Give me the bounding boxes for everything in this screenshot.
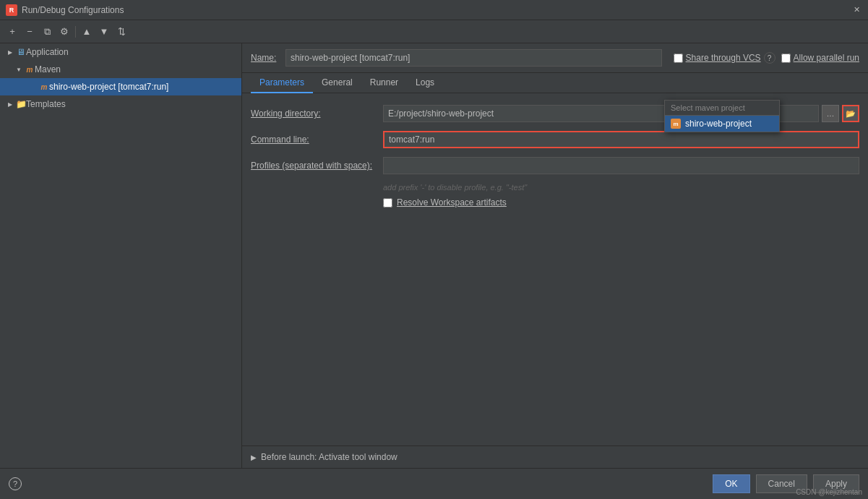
- tab-runner[interactable]: Runner: [361, 73, 407, 93]
- move-up-button[interactable]: ▲: [79, 24, 95, 40]
- command-line-row: Command line:: [251, 131, 859, 148]
- arrow-maven: ▼: [14, 65, 23, 74]
- tree-label-application: Application: [26, 47, 69, 57]
- before-launch: ▶ Before launch: Activate tool window: [242, 445, 868, 468]
- remove-config-button[interactable]: −: [22, 24, 38, 40]
- maven-dropdown-popup: Select maven project m shiro-web-project: [664, 100, 780, 132]
- share-vcs-label[interactable]: Share through VCS: [686, 53, 761, 63]
- global-help-button[interactable]: ?: [9, 477, 22, 490]
- move-down-button[interactable]: ▼: [96, 24, 112, 40]
- working-dir-label: Working directory:: [251, 108, 377, 119]
- title-bar-left: R Run/Debug Configurations: [6, 4, 124, 16]
- tab-general[interactable]: General: [313, 73, 361, 93]
- profiles-row: Profiles (separated with space):: [251, 157, 859, 174]
- maven-sub-icon: m: [39, 82, 49, 92]
- settings-button[interactable]: ⚙: [56, 24, 72, 40]
- parallel-run-checkbox[interactable]: [781, 54, 791, 63]
- bottom-bar: ? OK Cancel Apply: [0, 468, 868, 499]
- dropdown-item-shiro[interactable]: m shiro-web-project: [665, 116, 779, 132]
- toolbar: + − ⧉ ⚙ ▲ ▼ ⇅: [0, 20, 868, 43]
- add-config-button[interactable]: +: [4, 24, 20, 40]
- dialog-title: Run/Debug Configurations: [22, 5, 124, 15]
- tree-label-templates: Templates: [26, 99, 66, 109]
- name-input[interactable]: [285, 49, 662, 67]
- sort-button[interactable]: ⇅: [113, 24, 129, 40]
- templates-icon: 📁: [16, 99, 26, 109]
- maven-icon: m: [25, 64, 35, 74]
- main-dialog: + − ⧉ ⚙ ▲ ▼ ⇅ ▶ 🖥 Application ▼ m Maven: [0, 20, 868, 499]
- tab-parameters[interactable]: Parameters: [251, 73, 313, 93]
- tab-logs[interactable]: Logs: [407, 73, 443, 93]
- working-dir-browse-button[interactable]: …: [822, 105, 839, 122]
- arrow-shiro: [29, 82, 38, 91]
- profiles-label: Profiles (separated with space):: [251, 161, 377, 171]
- share-vcs-checkbox[interactable]: [674, 54, 683, 63]
- name-row: Name: Share through VCS ? Allow parallel…: [242, 43, 868, 73]
- tabs-bar: Parameters General Runner Logs: [242, 73, 868, 93]
- application-icon: 🖥: [16, 47, 26, 57]
- tree-item-maven[interactable]: ▼ m Maven: [0, 61, 241, 78]
- name-label: Name:: [251, 53, 280, 63]
- left-panel: ▶ 🖥 Application ▼ m Maven m shiro-web-pr…: [0, 43, 242, 468]
- share-help-button[interactable]: ?: [764, 52, 775, 64]
- dropdown-header: Select maven project: [665, 101, 779, 116]
- resolve-row: Resolve Workspace artifacts: [383, 197, 859, 208]
- command-line-label: Command line:: [251, 135, 377, 145]
- parallel-area: Allow parallel run: [781, 53, 859, 63]
- arrow-application: ▶: [6, 48, 14, 56]
- parallel-run-label[interactable]: Allow parallel run: [794, 53, 859, 63]
- working-dir-folder-button[interactable]: 📂: [842, 105, 859, 122]
- before-launch-label: Before launch: Activate tool window: [261, 452, 398, 462]
- watermark: CSDN @kejizhentan: [796, 488, 862, 496]
- working-dir-input-row: … 📂: [383, 105, 859, 122]
- before-launch-arrow[interactable]: ▶: [251, 453, 257, 461]
- arrow-templates: ▶: [6, 100, 14, 108]
- toolbar-separator: [75, 26, 76, 38]
- app-icon: R: [6, 4, 17, 16]
- copy-config-button[interactable]: ⧉: [39, 24, 55, 40]
- resolve-label[interactable]: Resolve Workspace artifacts: [397, 197, 507, 208]
- tab-content-parameters: Working directory: … 📂 Command line:: [242, 93, 868, 445]
- title-bar-controls: ✕: [851, 4, 862, 16]
- bottom-left: ?: [9, 477, 22, 490]
- tree-item-templates[interactable]: ▶ 📁 Templates: [0, 95, 241, 113]
- resolve-checkbox[interactable]: [383, 198, 392, 208]
- tree-label-shiro: shiro-web-project [tomcat7:run]: [49, 82, 168, 92]
- title-bar: R Run/Debug Configurations ✕: [0, 0, 868, 20]
- profiles-hint: add prefix '-' to disable profile, e.g. …: [383, 183, 859, 192]
- tree-item-shiro-web[interactable]: m shiro-web-project [tomcat7:run]: [0, 78, 241, 95]
- command-line-input[interactable]: [383, 131, 859, 148]
- tree-label-maven: Maven: [35, 64, 61, 74]
- profiles-input[interactable]: [383, 157, 859, 174]
- share-area: Share through VCS ?: [674, 52, 775, 64]
- dropdown-item-label: shiro-web-project: [685, 119, 752, 129]
- tree-item-application[interactable]: ▶ 🖥 Application: [0, 43, 241, 61]
- dropdown-maven-icon: m: [671, 119, 681, 129]
- ok-button[interactable]: OK: [713, 474, 749, 493]
- close-button[interactable]: ✕: [851, 4, 862, 16]
